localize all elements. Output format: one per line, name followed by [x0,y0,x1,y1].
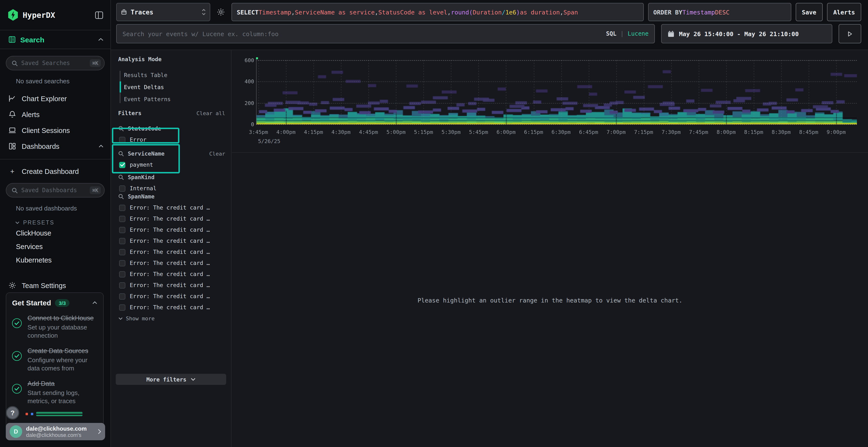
alerts-button[interactable]: Alerts [827,3,861,21]
saved-dashboards-input[interactable]: ⌘K [6,183,105,198]
saved-dashboards-field[interactable] [21,187,87,194]
x-axis-tick-label: 4:30pm [326,129,356,135]
time-range-picker[interactable]: May 26 15:40:00 - May 26 21:10:00 [661,24,832,43]
chevron-up-icon[interactable] [98,38,104,41]
source-settings-button[interactable] [215,3,227,21]
filter-option[interactable]: Error: The credit card … [118,260,225,266]
checkbox[interactable] [119,282,125,288]
get-started-item[interactable]: Connect to ClickHouseSet up your databas… [12,314,97,340]
create-dashboard-button[interactable]: + Create Dashboard [0,163,111,179]
filter-option-label: Error: The credit card … [130,215,210,222]
checkbox[interactable] [119,249,125,255]
analysis-mode-option-event-patterns[interactable]: Event Patterns [124,93,226,105]
x-axis-tick-label: 5:30pm [436,129,467,135]
checkbox-checked[interactable] [119,162,125,168]
filter-option[interactable]: payment [118,161,225,168]
get-started-item[interactable]: Add DataStart sending logs, metrics, or … [12,380,97,405]
filter-option-label: Internal [130,185,156,192]
sidebar-item-search[interactable]: Search [0,30,111,49]
filter-option[interactable]: Error: The credit card … [118,204,225,211]
filter-option[interactable]: Error: The credit card … [118,238,225,244]
checkbox[interactable] [119,238,125,244]
saved-searches-input[interactable]: ⌘K [6,56,105,70]
x-axis-tick-label: 4:45pm [353,129,384,135]
sidebar-item-alerts[interactable]: Alerts [0,106,111,122]
x-axis-tick-label: 8:45pm [793,129,824,135]
chevron-up-icon[interactable] [92,301,97,304]
filter-option[interactable]: Error: The credit card … [118,271,225,277]
laptop-icon [8,126,17,134]
sidebar-item-team-settings[interactable]: Team Settings [0,277,111,294]
clear-servicename-button[interactable]: Clear [209,150,225,157]
search-icon [118,174,124,180]
checkbox[interactable] [119,204,125,211]
x-axis-tick-label: 7:00pm [600,129,631,135]
preset-item-services[interactable]: Services [0,240,111,253]
order-by-editor[interactable]: ORDER BY Timestamp DESC [648,3,791,21]
save-button[interactable]: Save [796,3,823,21]
spanname-options: Error: The credit card …Error: The credi… [118,204,225,311]
user-menu[interactable]: D dale@clickhouse.com dale@clickhouse.co… [6,423,105,440]
get-started-item-desc: Configure where your data comes from [28,356,97,372]
sql-token: 1e6 [505,8,516,16]
event-search-input[interactable] [123,30,602,37]
create-dashboard-label: Create Dashboard [22,167,79,175]
preset-item-clickhouse[interactable]: ClickHouse [0,227,111,240]
run-query-button[interactable] [839,24,861,43]
analysis-mode-option-results-table[interactable]: Results Table [124,69,226,81]
filter-option-label: Error: The credit card … [130,227,210,233]
x-axis-tick-label: 7:30pm [656,129,687,135]
collapse-sidebar-icon[interactable] [94,10,104,20]
checkbox[interactable] [119,227,125,233]
filter-option[interactable]: Error: The credit card … [118,227,225,233]
duration-heatmap-canvas[interactable] [256,57,857,125]
sidebar-item-dashboards[interactable]: Dashboards [0,138,111,154]
sidebar-item-chart-explorer[interactable]: Chart Explorer [0,91,111,106]
filter-option[interactable]: Error: The credit card … [118,248,225,255]
filter-option[interactable]: Error: The credit card … [118,293,225,300]
checkbox[interactable] [119,304,125,310]
filter-option-label: payment [130,161,153,168]
filter-group-servicename: ServiceName Clear payment [118,150,225,168]
checkbox[interactable] [119,185,125,192]
filter-option[interactable]: Internal [118,185,225,192]
clear-all-filters-button[interactable]: Clear all [196,110,225,116]
chevron-updown-icon [202,8,206,16]
presets-toggle[interactable]: PRESETS [15,220,111,226]
layout-grid-icon [8,142,17,150]
lang-toggle-lucene[interactable]: Lucene [628,30,649,37]
filter-group-spanname: SpanName Error: The credit card …Error: … [118,193,225,322]
filter-option[interactable]: Error: The credit card … [118,215,225,222]
get-started-item[interactable]: Create Data SourcesConfigure where your … [12,347,97,372]
more-filters-button[interactable]: More filters [116,374,226,385]
source-select[interactable]: Traces [116,3,210,21]
chevron-up-icon[interactable] [98,144,104,148]
saved-searches-field[interactable] [21,60,87,66]
show-more-button[interactable]: Show more [118,315,225,322]
sidebar-item-client-sessions[interactable]: Client Sessions [0,122,111,138]
sql-select-editor[interactable]: SELECT Timestamp, ServiceName as service… [231,3,644,21]
sql-token: , [291,8,295,16]
source-select-value: Traces [131,8,198,16]
x-axis-tick-label: 3:45pm [243,129,274,135]
checkbox[interactable] [119,260,125,266]
checkbox[interactable] [119,215,125,222]
checkbox[interactable] [119,271,125,277]
checkbox[interactable] [119,137,125,143]
filter-option[interactable]: Error [118,136,225,143]
preset-item-kubernetes[interactable]: Kubernetes [0,253,111,267]
lang-toggle-sql[interactable]: SQL [606,30,616,37]
sidebar-item-search-label: Search [20,35,94,44]
sql-token: ( [469,8,472,16]
x-axis-tick-label: 7:45pm [683,129,714,135]
nav-label: Dashboards [22,142,59,150]
checkbox[interactable] [119,293,125,299]
help-button[interactable]: ? [6,406,19,419]
filter-option[interactable]: Error: The credit card … [118,304,225,311]
analysis-mode-option-event-deltas[interactable]: Event Deltas [124,81,226,93]
filter-option[interactable]: Error: The credit card … [118,282,225,288]
x-axis-tick-label: 8:15pm [738,129,769,135]
sql-token: Timestamp [258,8,291,16]
event-search-bar[interactable]: SQL | Lucene [116,24,655,43]
x-axis-tick-label: 4:15pm [298,129,329,135]
